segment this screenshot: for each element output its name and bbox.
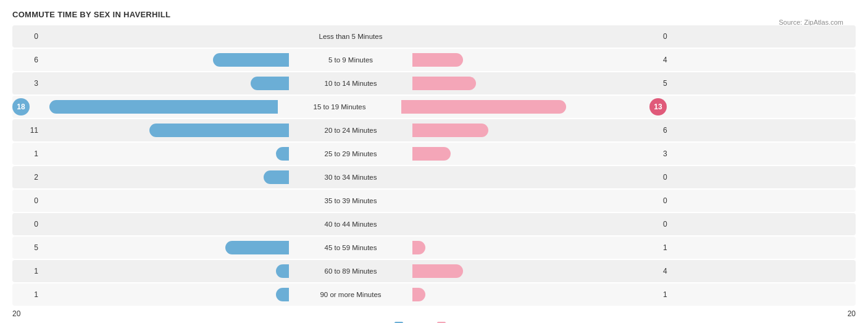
table-row: 0 40 to 44 Minutes 0 [12,213,856,235]
female-bar-container [412,264,659,278]
female-value: 1 [659,243,689,252]
row-label: 10 to 14 Minutes [289,80,412,87]
female-bar [412,241,425,254]
female-bar [412,264,463,278]
male-bar [225,241,289,254]
female-value: 0 [659,173,689,182]
male-value: 11 [12,126,42,135]
female-bar-container [412,30,659,43]
male-bar [264,170,289,184]
male-bar-container [31,100,278,114]
male-value: 0 [12,220,42,229]
female-bar-container [401,100,648,114]
row-label: 25 to 29 Minutes [289,150,412,157]
table-row: 1 90 or more Minutes 1 [12,283,856,306]
female-bar-container [412,53,659,67]
male-bar [276,147,289,161]
female-value: 4 [659,267,689,275]
male-bar [276,264,289,278]
row-label: 35 to 39 Minutes [289,197,412,204]
male-value: 5 [12,243,42,252]
female-bar [401,100,566,114]
female-bar-container [412,124,659,137]
female-value: 0 [659,220,689,229]
axis-left: 20 [12,309,20,318]
table-row: 3 10 to 14 Minutes 5 [12,72,856,94]
chart-title: COMMUTE TIME BY SEX IN HAVERHILL [12,10,856,19]
female-value-highlight: 13 [649,98,667,115]
female-bar [412,53,463,67]
row-label: 60 to 89 Minutes [289,267,412,275]
table-row: 6 5 to 9 Minutes 4 [12,49,856,71]
male-value: 6 [12,56,42,64]
female-value: 5 [659,79,689,88]
male-value: 1 [12,267,42,275]
table-row: 1 60 to 89 Minutes 4 [12,260,856,282]
female-bar-container [412,147,659,161]
female-bar [412,147,451,161]
row-label: 5 to 9 Minutes [289,56,412,64]
female-value: 6 [659,126,689,135]
male-bar-container [42,77,289,90]
male-bar [276,288,289,301]
male-bar-container [42,217,289,231]
table-row: 0 Less than 5 Minutes 0 [12,25,856,48]
chart-container: COMMUTE TIME BY SEX IN HAVERHILL Source:… [12,10,856,323]
table-row: 2 30 to 34 Minutes 0 [12,166,856,188]
female-bar [412,124,488,137]
male-bar-container [42,264,289,278]
table-row: 11 20 to 24 Minutes 6 [12,119,856,141]
female-bar-container [412,241,659,254]
male-bar-container [42,194,289,208]
female-bar [412,77,476,90]
male-bar-container [42,147,289,161]
female-value: 3 [659,149,689,158]
female-bar-container [412,170,659,184]
table-row: 0 35 to 39 Minutes 0 [12,190,856,212]
table-row: 18 15 to 19 Minutes 13 [12,96,856,118]
chart-area: 0 Less than 5 Minutes 0 6 5 to 9 Minutes… [12,25,856,306]
axis-right: 20 [848,309,856,318]
female-bar-container [412,77,659,90]
female-value: 0 [659,196,689,205]
male-bar [251,77,289,90]
row-label: 30 to 34 Minutes [289,174,412,181]
table-row: 1 25 to 29 Minutes 3 [12,143,856,165]
male-value-highlight: 18 [12,98,30,115]
female-bar-container [412,194,659,208]
bottom-axis: 20 20 [12,307,856,318]
female-value: 0 [659,32,689,41]
male-bar-container [42,288,289,301]
male-bar [49,100,278,114]
male-value: 0 [12,196,42,205]
female-bar-container [412,217,659,231]
male-value: 1 [12,149,42,158]
row-label: 45 to 59 Minutes [289,244,412,251]
female-bar [412,288,425,301]
male-bar-container [42,53,289,67]
row-label: 20 to 24 Minutes [289,127,412,134]
male-bar-container [42,241,289,254]
male-value: 1 [12,290,42,299]
row-label: 90 or more Minutes [289,291,412,298]
female-value: 1 [659,290,689,299]
row-label: 40 to 44 Minutes [289,220,412,228]
male-value: 3 [12,79,42,88]
male-bar-container [42,124,289,137]
row-label: Less than 5 Minutes [289,33,412,40]
row-label: 15 to 19 Minutes [278,103,401,111]
male-bar-container [42,30,289,43]
male-bar-container [42,170,289,184]
male-bar [149,124,289,137]
male-bar [213,53,289,67]
female-value: 4 [659,56,689,64]
female-bar-container [412,288,659,301]
table-row: 5 45 to 59 Minutes 1 [12,237,856,259]
male-value: 0 [12,32,42,41]
male-value: 2 [12,173,42,182]
